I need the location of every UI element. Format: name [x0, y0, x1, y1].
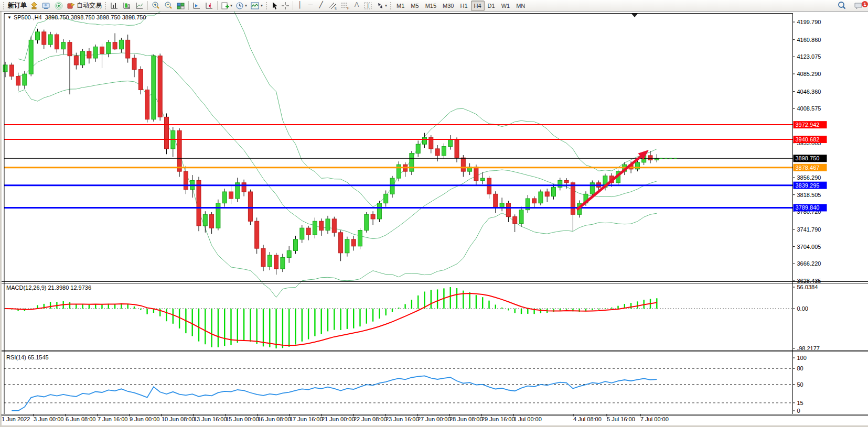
candle-body [552, 187, 556, 196]
time-axis-label: 13 Jun 16:00 [194, 416, 227, 422]
chart-window[interactable]: 4199.7904160.8604123.0754085.2904046.360… [0, 12, 868, 427]
price-chart-canvas[interactable]: 4199.7904160.8604123.0754085.2904046.360… [0, 12, 868, 427]
candle-body [106, 42, 111, 54]
candle-body [93, 47, 98, 58]
candle-body [365, 214, 369, 230]
chevron-down-icon: ▾ [230, 3, 232, 8]
rsi-axis-label: 50 [797, 381, 803, 388]
price-axis-label: 4123.075 [797, 53, 821, 60]
candle-body [87, 51, 91, 58]
timeframe-H4[interactable]: H4 [471, 1, 485, 11]
candle-body [345, 239, 349, 253]
timeframe-D1[interactable]: D1 [485, 1, 498, 11]
candle-body [23, 74, 27, 85]
time-axis-label: 1 Jul 00:00 [513, 416, 542, 422]
macd-axis-label: 0.00 [797, 305, 808, 312]
time-axis-label: 6 Jun 08:00 [66, 416, 96, 422]
auto-scroll-icon[interactable] [203, 1, 216, 11]
timeframe-M5[interactable]: M5 [408, 1, 422, 11]
zoom-out-icon[interactable] [162, 1, 175, 11]
search-icon[interactable] [835, 1, 848, 11]
candle-body [29, 40, 33, 74]
candle-body [397, 165, 401, 178]
time-axis-label: 9 Jun 00:00 [130, 416, 160, 422]
candle-body [261, 248, 265, 267]
timeframe-W1[interactable]: W1 [498, 1, 513, 11]
signal-icon[interactable] [52, 1, 65, 11]
time-axis-label: 23 Jun 16:00 [385, 416, 419, 422]
symbol-dropdown-icon[interactable]: ▼ [7, 15, 12, 20]
rsi-indicator-label: RSI(14) 65.1545 [6, 354, 49, 360]
cursor-tool[interactable] [269, 1, 280, 11]
candle-body [267, 255, 272, 267]
zoom-in-icon[interactable] [149, 1, 162, 11]
candle-body [506, 203, 510, 217]
text-tool[interactable]: A [351, 1, 362, 11]
candle-body [410, 154, 414, 172]
ohlc-readout: 3898.750 3898.750 3898.750 3898.750 [45, 14, 146, 20]
time-axis-label: 27 Jun 00:00 [417, 416, 451, 422]
profile-icon[interactable] [40, 1, 52, 11]
timeframe-M15[interactable]: M15 [422, 1, 440, 11]
tile-windows-icon[interactable] [175, 1, 187, 11]
candle-body [55, 35, 59, 49]
new-chart-button[interactable]: ▾ [219, 1, 234, 11]
candle-body [81, 51, 85, 65]
candle-body [138, 70, 143, 90]
new-order-button[interactable]: 新订单 [6, 1, 28, 11]
price-line-badge-value: 3878.467 [796, 165, 820, 171]
notifications-button[interactable]: 1 [852, 1, 865, 11]
trendline-tool[interactable]: ╱ [316, 1, 326, 11]
bar-chart-icon[interactable] [108, 1, 121, 11]
candle-body [177, 130, 181, 171]
period-clock-button[interactable]: ▾ [234, 1, 249, 11]
candle-body [113, 42, 117, 49]
autotrading-button[interactable]: 自动交易 [65, 1, 103, 11]
toolbar-right-group: 1 [835, 0, 865, 12]
toolbar-separator [188, 1, 189, 10]
time-axis-label: 7 Jul 00:00 [640, 416, 669, 422]
candlestick-chart-icon[interactable] [121, 1, 133, 11]
candle-body [16, 76, 20, 85]
vertical-line-tool[interactable]: │ [295, 1, 305, 11]
timeframe-M30[interactable]: M30 [440, 1, 457, 11]
equidistant-channel-tool[interactable]: E [326, 1, 339, 11]
timeframe-M1[interactable]: M1 [393, 1, 408, 11]
candle-body [152, 56, 156, 119]
symbol-period-label: SP500-,H4 [14, 14, 42, 20]
price-axis-label: 3666.220 [797, 260, 821, 267]
candle-body [648, 156, 652, 160]
chart-symbol-line: ▼SP500-,H4 3898.750 3898.750 3898.750 38… [7, 14, 146, 20]
time-axis-label: 28 Jun 08:00 [449, 416, 483, 422]
chevron-down-icon: ▾ [245, 3, 247, 8]
arrows-tool[interactable]: ▾ [374, 1, 389, 11]
time-axis-label: 21 Jun 00:00 [322, 416, 355, 422]
crosshair-tool[interactable] [280, 1, 291, 11]
candle-body [545, 192, 549, 196]
rsi-axis-label: 100 [797, 355, 807, 361]
toolbar-grip [265, 2, 268, 10]
template-button[interactable]: ▾ [249, 1, 264, 11]
candle-body [203, 214, 207, 226]
candle-body [448, 140, 453, 147]
timeframe-H1[interactable]: H1 [457, 1, 470, 11]
candle-body [222, 192, 227, 203]
candle-body [558, 180, 562, 187]
timeframe-MN[interactable]: MN [513, 1, 528, 11]
autotrading-label: 自动交易 [77, 1, 102, 10]
stamp-icon[interactable] [28, 1, 40, 11]
line-chart-icon[interactable] [133, 1, 146, 11]
candle-body [3, 65, 7, 72]
macd-signal-line [5, 293, 657, 345]
text-label-tool[interactable]: T [362, 1, 374, 11]
trend-arrow-shaft [577, 154, 644, 210]
horizontal-line-tool[interactable]: ─ [305, 1, 316, 11]
time-axis-label: 1 Jun 2022 [2, 416, 30, 422]
candle-body [158, 56, 162, 117]
chart-shift-icon[interactable] [190, 1, 203, 11]
candle-body [48, 35, 52, 45]
fibonacci-tool[interactable]: F [339, 1, 351, 11]
candle-body [313, 221, 317, 235]
toolbar-separator [293, 1, 293, 10]
time-axis-label: 3 Jun 00:00 [34, 416, 64, 422]
